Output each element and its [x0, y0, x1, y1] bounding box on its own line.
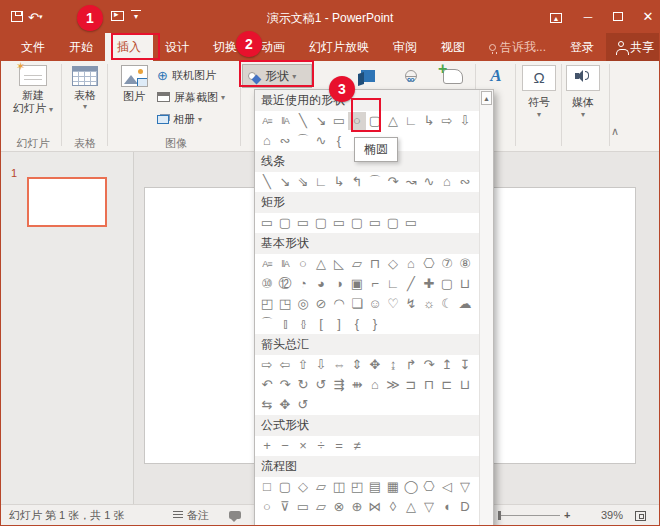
shape-cell[interactable]: ⇶	[330, 376, 348, 394]
notes-button[interactable]: 备注	[173, 505, 209, 526]
shape-cell[interactable]: ⑩	[258, 275, 276, 293]
shape-cell[interactable]: ↷	[276, 376, 294, 394]
start-slideshow-icon[interactable]	[111, 11, 124, 21]
scroll-up-icon[interactable]: ▲	[481, 91, 492, 105]
shape-cell[interactable]: ⊔	[456, 275, 474, 293]
shape-cell[interactable]: ⇦	[276, 356, 294, 374]
shape-cell[interactable]: {	[348, 315, 366, 333]
shape-cell[interactable]: ⇆	[258, 396, 276, 414]
shape-cell[interactable]: ∟	[384, 275, 402, 293]
save-icon[interactable]	[11, 11, 23, 22]
shape-cell[interactable]: D	[456, 498, 474, 516]
shape-cell[interactable]: ◔	[294, 275, 312, 293]
zoom-slider-thumb[interactable]	[498, 511, 501, 520]
tab-sign-in[interactable]: 登录	[558, 33, 606, 61]
shape-cell[interactable]: ✥	[276, 396, 294, 414]
shape-cell[interactable]: +	[258, 437, 276, 455]
shape-cell[interactable]: ⊘	[312, 295, 330, 313]
shape-cell[interactable]: ⌒	[366, 173, 384, 191]
shape-cell[interactable]: ≫	[384, 376, 402, 394]
shape-cell[interactable]: ↷	[384, 173, 402, 191]
shape-cell[interactable]: ⊔	[456, 376, 474, 394]
tab-view[interactable]: 视图	[429, 33, 477, 61]
shape-cell[interactable]: ◰	[258, 295, 276, 313]
tab-design[interactable]: 设计	[153, 33, 201, 61]
shape-cell[interactable]: ⇩	[456, 112, 474, 130]
add-in-button[interactable]	[433, 63, 473, 89]
shape-cell[interactable]: ⊓	[366, 255, 384, 273]
shape-cell[interactable]: ⊓	[420, 376, 438, 394]
shape-cell[interactable]: ▭	[294, 498, 312, 516]
shape-cell[interactable]: ▤	[366, 478, 384, 496]
minimize-button[interactable]: ─	[573, 1, 603, 33]
shape-cell[interactable]: ↘	[276, 173, 294, 191]
shape-cell[interactable]: △	[384, 112, 402, 130]
shape-cell[interactable]: ⇩	[312, 356, 330, 374]
shape-cell[interactable]: ↻	[294, 376, 312, 394]
shape-cell[interactable]: ☼	[420, 295, 438, 313]
shape-cell[interactable]: ◇	[384, 255, 402, 273]
shape-cell[interactable]: △	[312, 255, 330, 273]
shape-cell[interactable]: ]	[330, 315, 348, 333]
shape-cell[interactable]: {	[330, 132, 348, 150]
shape-cell[interactable]: ∟	[312, 173, 330, 191]
shape-cell[interactable]: ⌒	[294, 132, 312, 150]
shape-cell[interactable]: A≡	[258, 112, 276, 130]
shape-cell[interactable]: ×	[294, 437, 312, 455]
zoom-slider-track[interactable]	[498, 515, 560, 516]
shape-cell[interactable]: ⌂	[438, 173, 456, 191]
shape-cell[interactable]: ◫	[330, 478, 348, 496]
shape-cell[interactable]: ▱	[312, 478, 330, 496]
shape-cell[interactable]: ⑫	[276, 275, 294, 293]
shape-cell[interactable]: ☺	[366, 295, 384, 313]
shape-cell[interactable]: ↷	[420, 356, 438, 374]
zoom-in-button[interactable]: +	[564, 505, 570, 526]
shape-cell[interactable]: ◠	[330, 295, 348, 313]
shape-cell[interactable]: ◖	[438, 498, 456, 516]
shape-cell[interactable]: ↺	[312, 376, 330, 394]
table-button[interactable]: 表格 ▾	[65, 63, 105, 111]
shape-cell[interactable]: ∿	[312, 132, 330, 150]
shape-cell[interactable]: ⇨	[438, 112, 456, 130]
shape-cell[interactable]: ↰	[348, 173, 366, 191]
shape-cell[interactable]: △	[402, 498, 420, 516]
shape-cell[interactable]: ‖A	[276, 255, 294, 273]
shape-cell[interactable]: =	[330, 437, 348, 455]
comments-icon[interactable]	[229, 511, 241, 519]
tab-home[interactable]: 开始	[57, 33, 105, 61]
collapse-ribbon-icon[interactable]: ∧	[611, 125, 619, 138]
shape-cell[interactable]: ◊	[384, 498, 402, 516]
shape-cell[interactable]: ▢	[312, 214, 330, 232]
new-slide-button[interactable]: 新建 幻灯片 ▾	[7, 63, 59, 116]
zoom-level[interactable]: 39%	[589, 505, 623, 526]
photo-album-button[interactable]: 相册 ▾	[157, 108, 202, 130]
shape-cell[interactable]: ⌂	[402, 255, 420, 273]
media-button[interactable]: 媒体 ▾	[565, 65, 601, 119]
shape-cell[interactable]: ☾	[438, 295, 456, 313]
shape-cell[interactable]: ▢	[276, 478, 294, 496]
shape-cell[interactable]: ∟	[402, 112, 420, 130]
shape-cell[interactable]: ▱	[312, 498, 330, 516]
shape-cell[interactable]: −	[276, 437, 294, 455]
shape-ellipse-selected[interactable]: ○	[348, 112, 366, 130]
shape-cell[interactable]: ⌐	[366, 275, 384, 293]
shape-cell[interactable]: ◇	[294, 478, 312, 496]
shape-cell[interactable]: ◰	[348, 478, 366, 496]
shape-cell[interactable]: ↺	[294, 396, 312, 414]
shape-cell[interactable]: ▢	[276, 214, 294, 232]
shape-cell[interactable]: ↨	[384, 356, 402, 374]
shape-cell[interactable]: ↳	[420, 112, 438, 130]
shape-cell[interactable]: ⇧	[294, 356, 312, 374]
shape-cell[interactable]: ⇨	[258, 356, 276, 374]
shape-cell[interactable]: ↶	[258, 376, 276, 394]
shape-cell[interactable]: ▭	[366, 214, 384, 232]
shape-cell[interactable]: ⊽	[276, 498, 294, 516]
shape-cell[interactable]: ⎔	[420, 478, 438, 496]
shape-cell[interactable]: ⑦	[438, 255, 456, 273]
shape-cell[interactable]: ○	[258, 498, 276, 516]
shape-cell[interactable]: ↝	[402, 173, 420, 191]
shape-cell[interactable]: ▭	[330, 214, 348, 232]
shape-cell[interactable]: ⇕	[348, 356, 366, 374]
shape-cell[interactable]: ‖A	[276, 112, 294, 130]
shape-cell[interactable]: ◁	[438, 478, 456, 496]
